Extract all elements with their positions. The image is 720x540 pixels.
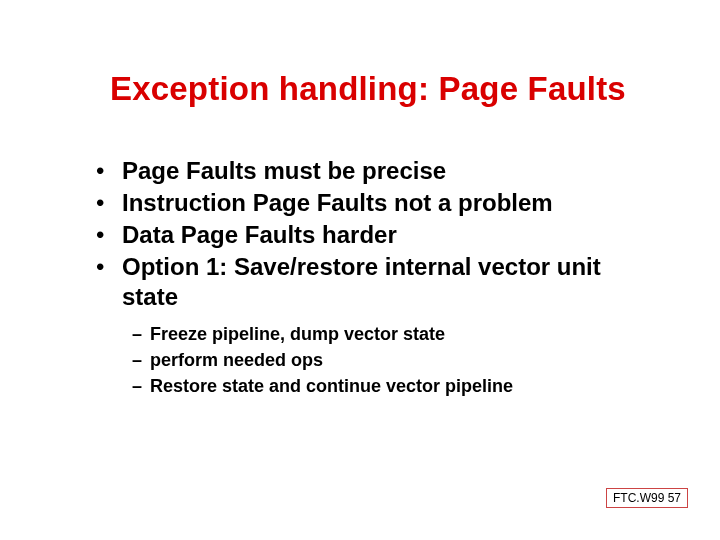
dash-icon: – bbox=[132, 374, 150, 398]
bullet-text: Page Faults must be precise bbox=[122, 156, 446, 186]
sub-bullet-text: Restore state and continue vector pipeli… bbox=[150, 374, 513, 398]
sub-bullet-text: Freeze pipeline, dump vector state bbox=[150, 322, 445, 346]
bullet-text: Instruction Page Faults not a problem bbox=[122, 188, 553, 218]
bullet-icon: • bbox=[96, 220, 122, 250]
list-item: • Page Faults must be precise bbox=[96, 156, 660, 186]
bullet-text: Option 1: Save/restore internal vector u… bbox=[122, 252, 660, 312]
bullet-icon: • bbox=[96, 188, 122, 218]
footer-label: FTC.W99 57 bbox=[606, 488, 688, 508]
slide-title: Exception handling: Page Faults bbox=[110, 70, 660, 108]
bullet-list: • Page Faults must be precise • Instruct… bbox=[96, 156, 660, 312]
list-item: – Restore state and continue vector pipe… bbox=[132, 374, 660, 398]
bullet-icon: • bbox=[96, 252, 122, 282]
bullet-text: Data Page Faults harder bbox=[122, 220, 397, 250]
dash-icon: – bbox=[132, 322, 150, 346]
list-item: • Data Page Faults harder bbox=[96, 220, 660, 250]
list-item: • Instruction Page Faults not a problem bbox=[96, 188, 660, 218]
list-item: – perform needed ops bbox=[132, 348, 660, 372]
dash-icon: – bbox=[132, 348, 150, 372]
sub-bullet-list: – Freeze pipeline, dump vector state – p… bbox=[132, 322, 660, 398]
bullet-icon: • bbox=[96, 156, 122, 186]
list-item: – Freeze pipeline, dump vector state bbox=[132, 322, 660, 346]
slide: Exception handling: Page Faults • Page F… bbox=[0, 0, 720, 540]
sub-bullet-text: perform needed ops bbox=[150, 348, 323, 372]
list-item: • Option 1: Save/restore internal vector… bbox=[96, 252, 660, 312]
